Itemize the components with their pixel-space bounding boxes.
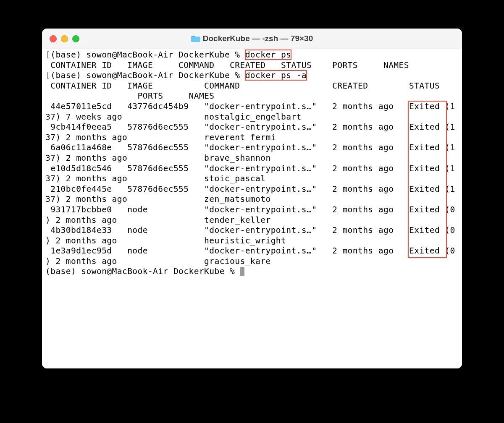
terminal-line: [(base) sowon@MacBook-Air DockerKube % d… [45, 70, 459, 81]
table-row: (1 [445, 122, 455, 132]
terminal-line: ) 2 months ago gracious_kare [45, 256, 459, 267]
terminal-line: 37) 2 months ago brave_shannon [45, 153, 459, 164]
status-cell: Exited [409, 102, 445, 111]
table-row: (1 [445, 184, 455, 194]
table-row: ) 2 months ago tender_keller [45, 215, 271, 225]
terminal-line: e10d5d18c546 57876d6ec555 "docker-entryp… [45, 164, 459, 174]
close-icon[interactable] [50, 35, 57, 42]
terminal-line: 37) 2 months ago reverent_fermi [45, 133, 459, 143]
table-row: 37) 7 weeks ago nostalgic_engelbart [45, 112, 302, 122]
status-cell: Exited [409, 143, 445, 152]
table-row: ) 2 months ago gracious_kare [45, 256, 271, 266]
table-row: 210bc0fe445e 57876d6ec555 "docker-entryp… [45, 184, 409, 194]
table-header: CONTAINER ID IMAGE COMMAND CREATED STATU… [45, 81, 445, 91]
table-header: PORTS NAMES [45, 91, 214, 101]
terminal-line: CONTAINER ID IMAGE COMMAND CREATED STATU… [45, 81, 459, 91]
bracket-icon: [ [45, 50, 50, 60]
table-header: CONTAINER ID IMAGE COMMAND CREATED STATU… [45, 60, 409, 70]
table-row: 1e3a9d1ec95d node "docker-entrypoint.s…"… [45, 246, 409, 256]
table-row: 4b30bd184e33 node "docker-entrypoint.s…"… [45, 225, 409, 235]
bracket-icon: [ [45, 70, 50, 80]
terminal-line: 37) 7 weeks ago nostalgic_engelbart [45, 112, 459, 123]
status-cell: Exited [409, 205, 445, 214]
terminal-line: 4b30bd184e33 node "docker-entrypoint.s…"… [45, 225, 459, 236]
command-docker-ps: docker ps [245, 50, 291, 60]
prompt-text: (base) sowon@MacBook-Air DockerKube % [50, 70, 245, 80]
prompt-text: (base) sowon@MacBook-Air DockerKube % [45, 266, 240, 276]
table-row: (0 [445, 205, 455, 214]
table-row: 9cb414f0eea5 57876d6ec555 "docker-entryp… [45, 122, 409, 132]
terminal-line: 210bc0fe445e 57876d6ec555 "docker-entryp… [45, 184, 459, 195]
terminal-line: 1e3a9d1ec95d node "docker-entrypoint.s…"… [45, 246, 459, 256]
titlebar[interactable]: DockerKube — -zsh — 79×30 [42, 29, 462, 49]
status-cell: Exited [409, 246, 445, 256]
window-title: DockerKube — -zsh — 79×30 [42, 34, 462, 43]
terminal-line: ) 2 months ago heuristic_wright [45, 236, 459, 246]
table-row: (0 [445, 225, 455, 235]
terminal-line: 9cb414f0eea5 57876d6ec555 "docker-entryp… [45, 122, 459, 133]
table-row: ) 2 months ago heuristic_wright [45, 236, 286, 245]
status-cell: Exited [409, 184, 445, 194]
table-row: (1 [445, 102, 455, 111]
table-row: 37) 2 months ago stoic_pascal [45, 174, 265, 183]
terminal-body[interactable]: [(base) sowon@MacBook-Air DockerKube % d… [42, 49, 462, 368]
terminal-line: PORTS NAMES [45, 91, 459, 102]
command-docker-ps-a: docker ps -a [245, 70, 307, 80]
cursor-icon [240, 267, 244, 276]
status-cell: Exited [409, 225, 445, 235]
prompt-text: (base) sowon@MacBook-Air DockerKube % [50, 50, 245, 60]
terminal-line: ) 2 months ago tender_keller [45, 215, 459, 226]
terminal-line: 44e57011e5cd 43776dc454b9 "docker-entryp… [45, 102, 459, 112]
table-row: 6a06c11a468e 57876d6ec555 "docker-entryp… [45, 143, 409, 152]
table-row: 44e57011e5cd 43776dc454b9 "docker-entryp… [45, 102, 409, 111]
table-row: (1 [445, 143, 455, 152]
terminal-line: 37) 2 months ago zen_matsumoto [45, 194, 459, 205]
table-row: (0 [445, 246, 455, 256]
table-row: 37) 2 months ago reverent_fermi [45, 133, 276, 142]
table-row: e10d5d18c546 57876d6ec555 "docker-entryp… [45, 164, 409, 173]
status-cell: Exited [409, 164, 445, 173]
folder-icon [191, 35, 200, 42]
minimize-icon[interactable] [61, 35, 68, 42]
terminal-line: [(base) sowon@MacBook-Air DockerKube % d… [45, 50, 459, 60]
status-cell: Exited [409, 122, 445, 132]
table-row: 37) 2 months ago brave_shannon [45, 153, 271, 163]
table-row: 931717bcbbe0 node "docker-entrypoint.s…"… [45, 205, 409, 214]
table-row: (1 [445, 164, 455, 173]
terminal-line: (base) sowon@MacBook-Air DockerKube % [45, 266, 459, 277]
table-row: 37) 2 months ago zen_matsumoto [45, 194, 271, 204]
terminal-line: 931717bcbbe0 node "docker-entrypoint.s…"… [45, 205, 459, 215]
terminal-line: CONTAINER ID IMAGE COMMAND CREATED STATU… [45, 60, 459, 71]
terminal-line: 6a06c11a468e 57876d6ec555 "docker-entryp… [45, 143, 459, 153]
terminal-window: DockerKube — -zsh — 79×30 [(base) sowon@… [42, 29, 462, 368]
maximize-icon[interactable] [72, 35, 79, 42]
terminal-line: 37) 2 months ago stoic_pascal [45, 174, 459, 184]
